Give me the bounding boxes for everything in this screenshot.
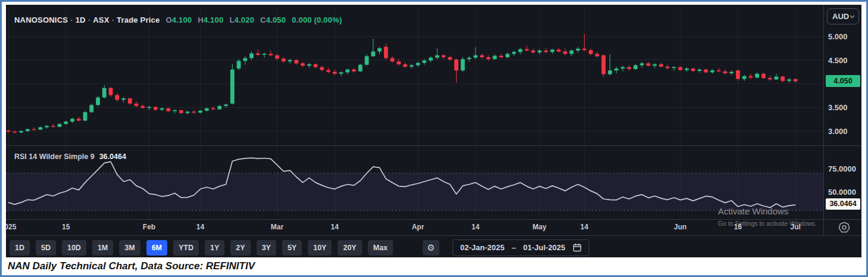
time-axis-label: 16 (734, 223, 742, 231)
range-button-1m[interactable]: 1M (92, 240, 113, 256)
date-from: 02-Jan-2025 (460, 243, 504, 252)
symbol-name[interactable]: NANOSONICS (14, 15, 68, 24)
axis-toolbar-divider (6, 235, 861, 236)
range-button-20y[interactable]: 20Y (338, 240, 361, 256)
range-button-1d[interactable]: 1D (10, 240, 30, 256)
open-label: O (166, 15, 171, 24)
caption-strip: NAN Daily Technical Chart, Data Source: … (6, 257, 861, 275)
timezone-settings-icon[interactable] (837, 221, 851, 234)
rsi-pane[interactable] (6, 145, 823, 219)
timeframe[interactable]: 1D (76, 15, 86, 24)
range-button-3y[interactable]: 3Y (257, 240, 276, 256)
time-axis-label: Mar (271, 223, 283, 231)
low-label: L (229, 15, 234, 24)
rsi-indicator-label[interactable]: RSI 14 Wilder Simple 9 (14, 152, 95, 161)
time-axis-label: Feb (143, 223, 155, 231)
time-axis-label: 14 (472, 223, 479, 231)
currency-label: AUD (832, 12, 849, 21)
close-label: C (260, 15, 266, 24)
range-button-5d[interactable]: 5D (36, 240, 56, 256)
low-value: 4.020 (235, 15, 255, 24)
currency-selector[interactable]: AUD (827, 8, 859, 24)
high-value: 4.100 (204, 15, 224, 24)
time-axis-label: 15 (62, 223, 70, 231)
range-toolbar: 1D5D10D1M3M6MYTD1Y2Y3Y5Y10Y20YMax⚙02-Jan… (10, 238, 819, 257)
change-value: 0.000 (0.00%) (292, 15, 342, 24)
last-price-badge: 4.050 (826, 75, 860, 87)
rsi-axis-label: 75.0000 (828, 164, 856, 173)
time-axis-label: 14 (196, 223, 204, 231)
range-button-2y[interactable]: 2Y (230, 240, 250, 256)
time-axis[interactable]: 202515Feb14Mar14Apr14May14Jun16Jul (6, 219, 823, 235)
price-axis-label: 3.000 (828, 127, 848, 136)
gear-icon[interactable]: ⚙ (423, 240, 439, 256)
time-axis-label: Jul (791, 223, 801, 231)
rsi-header: RSI 14 Wilder Simple 936.0464 (14, 152, 126, 161)
time-axis-label: Apr (412, 223, 424, 231)
price-axis-label: 3.500 (828, 103, 848, 112)
pane-divider[interactable] (6, 145, 861, 146)
series-type: Trade Price (117, 15, 160, 24)
range-button-3m[interactable]: 3M (119, 240, 140, 256)
date-separator: – (512, 243, 516, 252)
range-button-10d[interactable]: 10D (62, 240, 86, 256)
symbol-header: NANOSONICS·1D·ASX·Trade PriceO4.100H4.10… (14, 15, 342, 24)
rsi-value-badge: 36.0464 (826, 198, 860, 210)
open-value: 4.100 (172, 15, 192, 24)
time-axis-label: 2025 (6, 223, 16, 231)
time-axis-label: Jun (674, 223, 686, 231)
exchange: ASX (93, 15, 109, 24)
range-button-5y[interactable]: 5Y (282, 240, 302, 256)
high-label: H (198, 15, 204, 24)
time-axis-label: 14 (580, 223, 588, 231)
range-button-1y[interactable]: 1Y (205, 240, 224, 256)
rsi-line-chart (6, 145, 823, 219)
screenshot-frame: NANOSONICS·1D·ASX·Trade PriceO4.100H4.10… (0, 0, 868, 277)
rsi-value: 36.0464 (99, 152, 126, 161)
range-button-max[interactable]: Max (368, 240, 393, 256)
price-axis-separator (823, 5, 824, 235)
close-value: 4.050 (266, 15, 286, 24)
chart-container: NANOSONICS·1D·ASX·Trade PriceO4.100H4.10… (6, 5, 861, 257)
hexagon-dot-icon (837, 221, 851, 234)
time-axis-label: 14 (331, 223, 339, 231)
date-to: 01-Jul-2025 (523, 243, 566, 252)
price-axis-label: 4.500 (828, 55, 848, 64)
calendar-icon[interactable] (573, 243, 582, 252)
range-button-10y[interactable]: 10Y (308, 240, 332, 256)
pane-divider[interactable] (6, 219, 861, 220)
caption-text: NAN Daily Technical Chart, Data Source: … (8, 260, 255, 272)
chevron-down-icon (850, 15, 855, 18)
time-axis-label: May (533, 223, 547, 231)
date-range-picker[interactable]: 02-Jan-2025–01-Jul-2025 (452, 239, 589, 256)
candlestick-chart (6, 5, 823, 145)
price-axis-label: 5.000 (828, 32, 848, 41)
rsi-axis-label: 50.0000 (828, 188, 856, 197)
range-button-6m[interactable]: 6M (146, 240, 167, 256)
range-button-ytd[interactable]: YTD (173, 240, 199, 256)
price-pane[interactable] (6, 5, 823, 145)
